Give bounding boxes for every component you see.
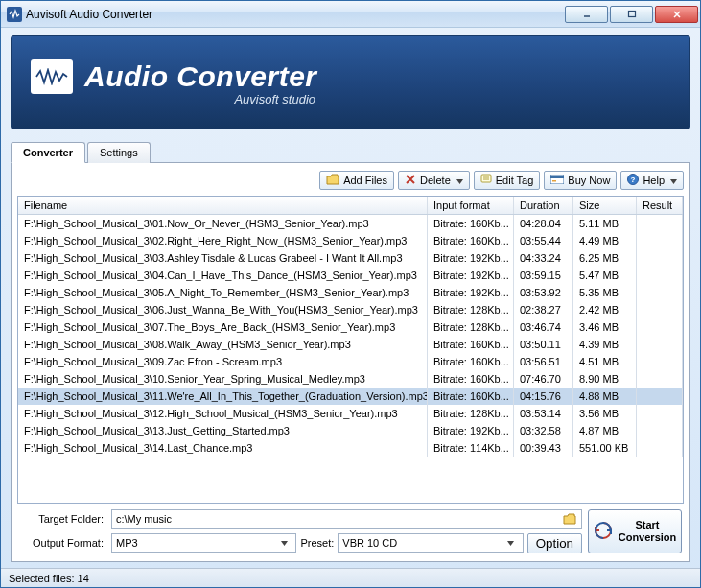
toolbar: Add Files Delete Edit Tag Buy Now ? Help [17,169,684,196]
col-size[interactable]: Size [573,197,637,214]
svg-text:?: ? [631,176,636,184]
file-list[interactable]: Filename Input format Duration Size Resu… [17,196,684,504]
add-files-button[interactable]: Add Files [319,171,394,190]
tab-converter[interactable]: Converter [11,142,85,163]
col-duration[interactable]: Duration [514,197,573,214]
tag-icon [480,174,492,187]
card-icon [550,175,564,186]
status-text: Selected files: 14 [9,573,89,584]
table-row[interactable]: F:\High_School_Musical_3\12.High_School_… [18,405,683,422]
table-row[interactable]: F:\High_School_Musical_3\11.We're_All_In… [18,388,683,405]
chevron-down-icon [456,175,463,186]
table-row[interactable]: F:\High_School_Musical_3\03.Ashley Tisda… [18,249,683,267]
statusbar: Selected files: 14 [1,568,700,587]
table-row[interactable]: F:\High_School_Musical_3\05.A_Night_To_R… [18,284,683,301]
col-filename[interactable]: Filename [18,197,428,214]
close-button[interactable] [655,6,698,23]
browse-folder-icon[interactable] [562,511,577,527]
titlebar: Auvisoft Audio Converter [1,1,700,28]
help-button[interactable]: ? Help [620,171,684,190]
table-row[interactable]: F:\High_School_Musical_3\04.Can_I_Have_T… [18,267,683,284]
list-body: F:\High_School_Musical_3\01.Now_Or_Never… [18,215,683,503]
chevron-down-icon [503,535,519,551]
svg-rect-8 [552,180,556,182]
maximize-button[interactable] [610,6,653,23]
table-row[interactable]: F:\High_School_Musical_3\02.Right_Here_R… [18,232,683,249]
list-header: Filename Input format Duration Size Resu… [18,197,683,215]
table-row[interactable]: F:\High_School_Musical_3\01.Now_Or_Never… [18,215,683,232]
table-row[interactable]: F:\High_School_Musical_3\08.Walk_Away_(H… [18,336,683,353]
col-result[interactable]: Result [637,197,683,214]
panel: Add Files Delete Edit Tag Buy Now ? Help [11,163,690,562]
option-button[interactable]: Option [527,533,582,553]
output-format-select[interactable]: MP3 [111,533,296,553]
preset-select[interactable]: VBR 10 CD [338,533,523,553]
window-title: Auvisoft Audio Converter [26,8,152,21]
svg-rect-7 [550,176,564,178]
folder-open-icon [326,174,339,187]
svg-rect-6 [550,175,564,184]
minimize-button[interactable] [565,6,608,23]
target-folder-input[interactable]: c:\My music [111,509,582,529]
banner-subtitle: Auvisoft studio [31,92,670,106]
delete-icon [405,174,416,187]
table-row[interactable]: F:\High_School_Musical_3\09.Zac Efron - … [18,353,683,370]
svg-rect-3 [481,175,491,182]
banner-logo-icon [31,59,73,94]
buy-now-button[interactable]: Buy Now [544,171,617,190]
table-row[interactable]: F:\High_School_Musical_3\13.Just_Getting… [18,422,683,439]
table-row[interactable]: F:\High_School_Musical_3\07.The_Boys_Are… [18,318,683,336]
banner-title: Audio Converter [84,60,317,93]
table-row[interactable]: F:\High_School_Musical_3\10.Senior_Year_… [18,370,683,388]
app-icon [7,7,22,22]
table-row[interactable]: F:\High_School_Musical_3\06.Just_Wanna_B… [18,301,683,318]
bottom-controls: Target Folder: c:\My music StartConversi… [17,504,684,555]
banner: Audio Converter Auvisoft studio [11,35,690,129]
help-icon: ? [627,174,639,187]
svg-rect-2 [628,11,635,16]
preset-label: Preset: [300,537,334,549]
col-format[interactable]: Input format [428,197,514,214]
convert-icon [594,521,613,542]
start-conversion-button[interactable]: StartConversion [588,509,682,553]
edit-tag-button[interactable]: Edit Tag [474,171,541,190]
tab-settings[interactable]: Settings [87,142,151,163]
chevron-down-icon [670,175,677,186]
table-row[interactable]: F:\High_School_Musical_3\14.Last_Chance.… [18,439,683,457]
output-format-label: Output Format: [19,537,105,549]
tabstrip: Converter Settings [11,141,690,163]
app-window: Auvisoft Audio Converter Audio Converter… [0,0,701,588]
target-folder-label: Target Folder: [19,513,105,525]
chevron-down-icon [276,535,292,551]
delete-button[interactable]: Delete [398,171,470,190]
